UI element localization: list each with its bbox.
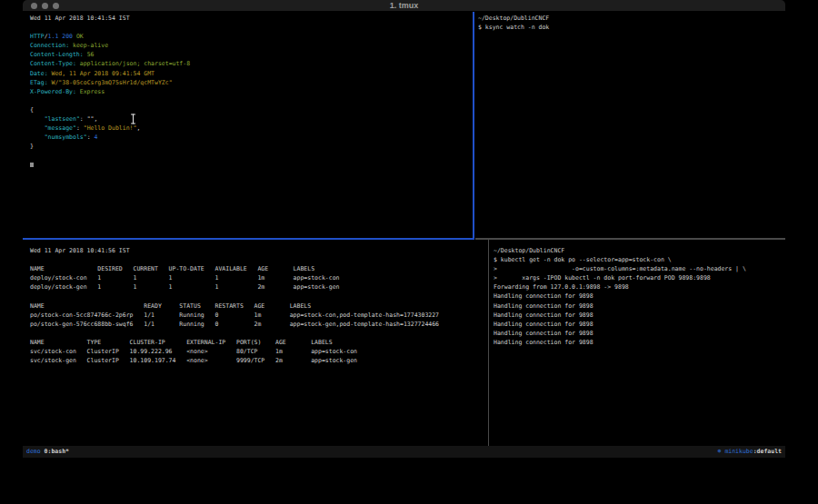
terminal-line: Handling connection for 9898 [494,329,785,338]
terminal-line: { [30,105,473,114]
cwd-label: ~/Desktop/DublinCNCF [478,15,549,22]
title-bar: 1. tmux [23,0,785,12]
mouse-ibeam-cursor [130,114,136,124]
terminal-line: Forwarding from 127.0.0.1:9898 -> 9898 [494,282,785,292]
terminal-line: "lastseen": "", [30,114,473,124]
terminal-line: Wed 11 Apr 2018 10:41:54 IST [30,14,473,23]
kubectl-get-output: Wed 11 Apr 2018 10:41:56 IST NAME DESIRE… [23,240,488,365]
ksync-command: $ ksync watch -n dok [478,24,549,31]
terminal-line: deploy/stock-gen 1 1 1 1 2m app=stock-ge… [30,282,488,292]
window-tab[interactable]: 0:bash* [45,448,69,455]
terminal-line: Handling connection for 9898 [494,301,785,311]
terminal-line: $ kubectl get -n dok po --selector=app=s… [494,255,785,264]
terminal-line [30,292,488,301]
terminal-line [30,161,473,170]
pane-port-forward[interactable]: ~/Desktop/DublinCNCF$ kubectl get -n dok… [490,240,785,446]
terminal-line: Handling connection for 9898 [494,311,785,320]
terminal-line: Content-Length: 56 [30,50,473,59]
terminal-cursor [30,163,34,167]
terminal-line: NAME TYPE CLUSTER-IP EXTERNAL-IP PORT(S)… [30,338,488,347]
terminal-line: deploy/stock-con 1 1 1 1 1m app=stock-co… [30,273,488,282]
http-response-output: Wed 11 Apr 2018 10:41:54 IST HTTP/1.1 20… [23,12,473,170]
terminal-line: svc/stock-gen ClusterIP 10.109.197.74 <n… [30,356,488,365]
terminal-line: Handling connection for 9898 [494,320,785,329]
terminal-line: po/stock-gen-576cc688bb-swqf6 1/1 Runnin… [30,320,488,329]
pane-kubectl-get[interactable]: Wed 11 Apr 2018 10:41:56 IST NAME DESIRE… [23,240,488,446]
terminal-line [30,23,473,32]
terminal-line: po/stock-con-5cc874766c-2p6rp 1/1 Runnin… [30,311,488,320]
terminal-line: Handling connection for 9898 [494,292,785,301]
pane-http-response[interactable]: Wed 11 Apr 2018 10:41:54 IST HTTP/1.1 20… [23,12,473,238]
session-name: demo [26,448,41,455]
terminal-line: Content-Type: application/json; charset=… [30,59,473,68]
terminal-line [30,255,488,264]
window-title: 1. tmux [23,1,785,10]
pane-divider-top-vertical[interactable] [473,12,474,238]
terminal-line: "numsymbols": 4 [30,133,473,142]
kube-context: minikube [724,448,753,455]
kube-namespace: :default [753,448,782,455]
terminal-line: Handling connection for 9898 [494,338,785,347]
terminal-line: > xargs -IPOD kubectl -n dok port-forwar… [494,273,785,282]
terminal-line: HTTP/1.1 200 OK [30,32,473,41]
terminal-line [30,151,473,160]
terminal-line: Wed 11 Apr 2018 10:41:56 IST [30,246,488,255]
terminal-line: NAME DESIRED CURRENT UP-TO-DATE AVAILABL… [30,264,488,273]
terminal-line: svc/stock-con ClusterIP 10.99.222.96 <no… [30,347,488,356]
terminal-line: ~/Desktop/DublinCNCF [494,246,785,255]
terminal-line: NAME READY STATUS RESTARTS AGE LABELS [30,301,488,311]
terminal-window: 1. tmux Wed 11 Apr 2018 10:41:54 IST HTT… [23,0,785,460]
terminal-line: "message": "Hello Dublin!", [30,124,473,133]
terminal-line: ETag: W/"38-05coCsrg3mQ75sHr1d/qcMTwYZc" [30,78,473,87]
ksync-output: ~/Desktop/DublinCNCF $ ksync watch -n do… [474,12,785,32]
port-forward-output: ~/Desktop/DublinCNCF$ kubectl get -n dok… [490,240,785,347]
pane-divider-bottom-vertical[interactable] [488,240,489,446]
terminal-line: Connection: keep-alive [30,41,473,50]
tmux-status-bar: demo 0:bash* ☸ minikube:default [23,446,785,458]
terminal-line: X-Powered-By: Express [30,87,473,96]
terminal-line [30,96,473,105]
status-right: ☸ minikube:default [718,446,782,458]
status-left: demo 0:bash* [26,446,69,458]
pane-ksync[interactable]: ~/Desktop/DublinCNCF $ ksync watch -n do… [474,12,785,238]
terminal-line: Date: Wed, 11 Apr 2018 09:41:54 GMT [30,69,473,78]
terminal-line: > -o=custom-columns=:metadata.name --no-… [494,264,785,273]
terminal-line [30,329,488,338]
terminal-line: } [30,142,473,151]
